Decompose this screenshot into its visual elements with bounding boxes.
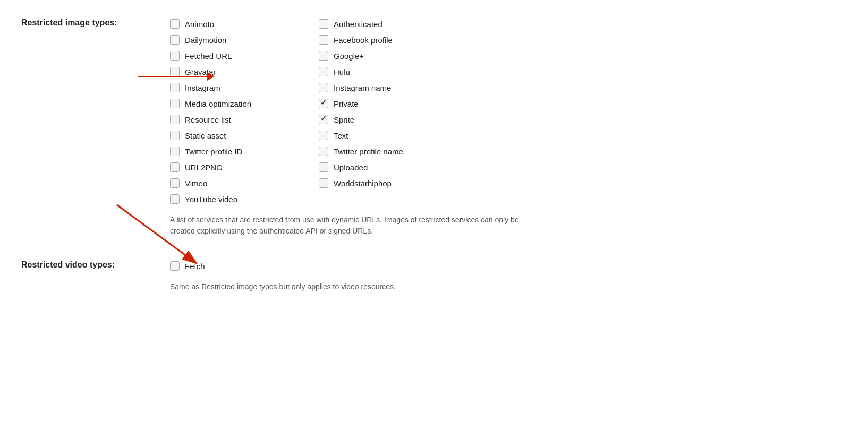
url2png-label[interactable]: URL2PNG (185, 163, 223, 172)
youtube-video-checkbox[interactable] (170, 194, 180, 204)
authenticated-checkbox[interactable] (319, 19, 328, 29)
image-types-checkboxes-area: Animoto Dailymotion Fetched URL Gravatar… (170, 16, 847, 237)
twitter-profile-id-label[interactable]: Twitter profile ID (185, 147, 242, 156)
hulu-checkbox[interactable] (319, 67, 328, 76)
resource-list-label[interactable]: Resource list (185, 115, 231, 124)
private-label[interactable]: Private (334, 99, 359, 108)
list-item: Uploaded (319, 159, 467, 175)
authenticated-label[interactable]: Authenticated (334, 20, 382, 29)
resource-list-checkbox[interactable] (170, 115, 180, 124)
list-item: Animoto (170, 16, 319, 32)
facebook-profile-checkbox[interactable] (319, 35, 328, 45)
sprite-checkbox[interactable] (319, 115, 328, 124)
dailymotion-checkbox[interactable] (170, 35, 180, 45)
animoto-checkbox[interactable] (170, 19, 180, 29)
uploaded-checkbox[interactable] (319, 162, 328, 172)
image-types-label: Restricted image types: (21, 16, 170, 28)
image-types-description: A list of services that are restricted f… (170, 214, 542, 237)
instagram-name-checkbox[interactable] (319, 83, 328, 92)
text-label[interactable]: Text (334, 131, 348, 140)
checkbox-columns: Animoto Dailymotion Fetched URL Gravatar… (170, 16, 847, 207)
uploaded-label[interactable]: Uploaded (334, 163, 368, 172)
static-asset-label[interactable]: Static asset (185, 131, 226, 140)
list-item: Sprite (319, 111, 467, 127)
google-plus-label[interactable]: Google+ (334, 51, 364, 61)
instagram-checkbox[interactable] (170, 83, 180, 92)
instagram-label[interactable]: Instagram (185, 83, 220, 92)
checkbox-column-1: Animoto Dailymotion Fetched URL Gravatar… (170, 16, 319, 207)
worldstarhiphop-label[interactable]: Worldstarhiphop (334, 179, 392, 188)
list-item: Twitter profile ID (170, 143, 319, 159)
sprite-label[interactable]: Sprite (334, 115, 354, 124)
fetched-url-label[interactable]: Fetched URL (185, 51, 232, 61)
facebook-profile-label[interactable]: Facebook profile (334, 36, 393, 45)
fetch-label[interactable]: Fetch (185, 262, 205, 271)
list-item: Media optimization (170, 96, 319, 111)
gravatar-checkbox[interactable] (170, 67, 180, 76)
video-types-checkboxes-area: Fetch Same as Restricted image types but… (170, 258, 847, 292)
static-asset-checkbox[interactable] (170, 131, 180, 140)
list-item: Private (319, 96, 467, 111)
animoto-label[interactable]: Animoto (185, 20, 214, 29)
twitter-profile-name-label[interactable]: Twitter profile name (334, 147, 403, 156)
list-item: URL2PNG (170, 159, 319, 175)
list-item: Authenticated (319, 16, 467, 32)
list-item: Static asset (170, 127, 319, 143)
list-item: Hulu (319, 64, 467, 80)
list-item: Instagram name (319, 80, 467, 96)
restricted-video-types-section: Restricted video types: Fetch Same as Re… (21, 258, 847, 292)
list-item: Dailymotion (170, 32, 319, 48)
list-item: Fetched URL (170, 48, 319, 64)
list-item: Facebook profile (319, 32, 467, 48)
text-checkbox[interactable] (319, 131, 328, 140)
list-item: Vimeo (170, 175, 319, 191)
vimeo-label[interactable]: Vimeo (185, 179, 207, 188)
restricted-image-types-section: Restricted image types: Animoto Dailymot… (21, 16, 847, 237)
twitter-profile-name-checkbox[interactable] (319, 147, 328, 156)
list-item: Google+ (319, 48, 467, 64)
google-plus-checkbox[interactable] (319, 51, 328, 61)
hulu-label[interactable]: Hulu (334, 67, 350, 76)
fetched-url-checkbox[interactable] (170, 51, 180, 61)
list-item: Text (319, 127, 467, 143)
video-types-label: Restricted video types: (21, 258, 170, 270)
vimeo-checkbox[interactable] (170, 178, 180, 188)
svg-line-1 (117, 205, 197, 263)
media-optimization-checkbox[interactable] (170, 99, 180, 108)
list-item: Twitter profile name (319, 143, 467, 159)
dailymotion-label[interactable]: Dailymotion (185, 36, 226, 45)
list-item: Fetch (170, 258, 847, 274)
worldstarhiphop-checkbox[interactable] (319, 178, 328, 188)
list-item: Worldstarhiphop (319, 175, 467, 191)
fetch-checkbox[interactable] (170, 261, 180, 271)
list-item: Instagram (170, 80, 319, 96)
youtube-video-label[interactable]: YouTube video (185, 195, 237, 204)
list-item: Resource list (170, 111, 319, 127)
private-checkbox[interactable] (319, 99, 328, 108)
checkbox-column-2: Authenticated Facebook profile Google+ H… (319, 16, 467, 207)
video-types-description: Same as Restricted image types but only … (170, 281, 542, 292)
media-optimization-label[interactable]: Media optimization (185, 99, 251, 108)
twitter-profile-id-checkbox[interactable] (170, 147, 180, 156)
url2png-checkbox[interactable] (170, 162, 180, 172)
instagram-name-label[interactable]: Instagram name (334, 83, 391, 92)
